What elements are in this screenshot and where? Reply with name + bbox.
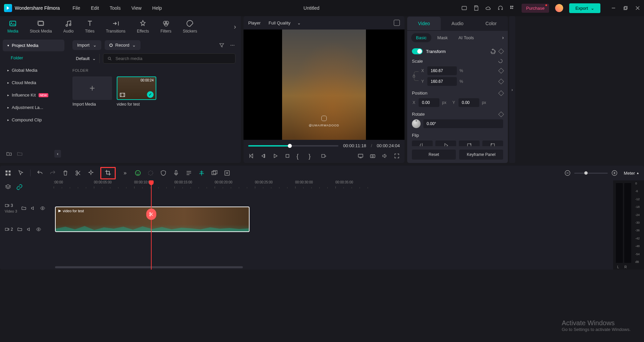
face-icon[interactable]	[135, 170, 141, 176]
headset-icon[interactable]	[497, 5, 503, 11]
lock-icon[interactable]	[412, 74, 416, 78]
keyframe-icon[interactable]	[498, 49, 504, 54]
tab-audio[interactable]: Audio	[61, 18, 76, 35]
sort-dropdown[interactable]: Default⌄	[72, 54, 100, 63]
split-handle-icon[interactable]	[146, 209, 156, 220]
keyframe-icon[interactable]	[498, 79, 504, 84]
timeline-tracks[interactable]: :00:0000:00:05:0000:00:10:0000:00:15:000…	[54, 180, 644, 270]
more-tools-icon[interactable]: »	[122, 170, 128, 176]
preview-video[interactable]: @UMAIRWADOOD	[244, 30, 405, 140]
fullscreen-icon[interactable]	[394, 153, 400, 159]
mark-out-button[interactable]: }	[309, 153, 315, 159]
tab-filters[interactable]: Filters	[158, 18, 174, 35]
progress-bar[interactable]	[248, 145, 338, 147]
menu-edit[interactable]: Edit	[91, 5, 99, 11]
save-icon[interactable]	[473, 5, 479, 11]
tabs-next-arrow[interactable]: ›	[234, 23, 236, 31]
sidebar-compound-clip[interactable]: ▸Compound Clip	[3, 114, 64, 126]
sidebar-global-media[interactable]: ▸Global Media	[3, 64, 64, 76]
reset-button[interactable]: Reset	[412, 150, 456, 160]
keyframe-icon[interactable]	[498, 68, 504, 74]
timeline-scrollbar[interactable]	[55, 266, 610, 269]
transform-toggle[interactable]	[412, 48, 423, 54]
maximize-button[interactable]	[623, 6, 628, 10]
tab-stock-media[interactable]: Stock Media	[27, 18, 55, 35]
playhead[interactable]	[151, 180, 152, 270]
camera-icon[interactable]	[370, 153, 376, 159]
user-avatar[interactable]	[555, 4, 563, 12]
mute-icon[interactable]	[26, 227, 32, 232]
purchase-button[interactable]: Purchase	[522, 4, 549, 13]
layout-icon[interactable]	[461, 5, 467, 11]
export-button[interactable]: Export⌄	[569, 3, 600, 13]
eye-icon[interactable]	[40, 206, 45, 211]
list-icon[interactable]	[185, 170, 192, 176]
play-button[interactable]	[272, 153, 278, 159]
track-header-3[interactable]: 3Video 3	[0, 194, 54, 223]
sidebar-cloud-media[interactable]: ▸Cloud Media	[3, 77, 64, 89]
pointer-icon[interactable]	[17, 170, 24, 176]
scale-x-input[interactable]	[427, 66, 457, 75]
undo-icon[interactable]	[37, 170, 43, 176]
menu-tools[interactable]: Tools	[110, 5, 121, 11]
export-clip-icon[interactable]	[211, 170, 218, 176]
subtab-mask[interactable]: Mask	[433, 33, 452, 42]
inspector-collapse-arrow[interactable]: ›	[509, 16, 515, 163]
volume-icon[interactable]	[382, 153, 388, 159]
new-folder-icon[interactable]	[6, 151, 12, 157]
quality-dropdown[interactable]: Full Quality⌄	[265, 19, 304, 27]
progress-thumb[interactable]	[288, 144, 292, 148]
inspector-tab-audio[interactable]: Audio	[441, 17, 474, 30]
clip-options-button[interactable]	[321, 153, 327, 159]
tab-media[interactable]: Media	[5, 18, 21, 35]
folder-icon[interactable]	[21, 206, 26, 211]
keyframe-icon[interactable]	[498, 90, 504, 96]
playhead-handle[interactable]	[149, 180, 154, 185]
pos-x-input[interactable]	[419, 98, 439, 107]
menu-help[interactable]: Help	[152, 5, 162, 11]
grid-icon[interactable]	[5, 170, 11, 176]
folder-icon[interactable]	[17, 151, 23, 157]
crop-tool-highlighted[interactable]	[100, 167, 116, 179]
import-media-tile[interactable]: + Import Media	[72, 76, 112, 107]
tab-titles[interactable]: Titles	[82, 18, 97, 35]
flip-horizontal-button[interactable]	[412, 140, 433, 146]
track-header-2[interactable]: 2	[0, 223, 54, 236]
zoom-in-icon[interactable]	[611, 170, 618, 176]
mark-in-button[interactable]: {	[297, 153, 303, 159]
mic-icon[interactable]	[173, 170, 179, 176]
minimize-button[interactable]	[611, 6, 616, 10]
filter-icon[interactable]	[219, 42, 225, 48]
tab-transitions[interactable]: Transitions	[103, 18, 128, 35]
inspector-tab-color[interactable]: Color	[474, 17, 508, 30]
subtab-basic[interactable]: Basic	[411, 33, 431, 42]
mute-icon[interactable]	[31, 206, 36, 211]
scrollbar-thumb[interactable]	[55, 266, 243, 268]
cloud-icon[interactable]	[485, 5, 491, 11]
zoom-out-icon[interactable]	[564, 170, 571, 176]
sidebar-project-media[interactable]: ▾Project Media	[3, 40, 64, 51]
pos-y-input[interactable]	[459, 98, 479, 107]
apps-icon[interactable]	[509, 5, 516, 11]
align-icon[interactable]	[198, 170, 205, 176]
keyframe-panel-button[interactable]: Keyframe Panel	[459, 150, 503, 160]
more-icon[interactable]	[229, 42, 235, 48]
rotate-ccw-button[interactable]	[482, 140, 503, 146]
menu-file[interactable]: File	[72, 5, 80, 11]
layers-icon[interactable]	[5, 184, 11, 190]
menu-view[interactable]: View	[131, 5, 142, 11]
snapshot-icon[interactable]	[394, 20, 400, 26]
stop-button[interactable]	[284, 153, 290, 159]
meter-label[interactable]: Meter▲	[624, 171, 639, 176]
close-button[interactable]	[635, 6, 640, 10]
record-dropdown[interactable]: Record⌄	[105, 40, 141, 50]
delete-icon[interactable]	[62, 170, 69, 176]
display-icon[interactable]	[358, 153, 364, 159]
rotate-dial[interactable]	[412, 119, 421, 128]
timeline-ruler[interactable]: :00:0000:00:05:0000:00:10:0000:00:15:000…	[54, 180, 644, 190]
split-icon[interactable]	[75, 170, 82, 176]
link-icon[interactable]	[16, 184, 23, 190]
eye-icon[interactable]	[36, 227, 41, 232]
step-back-button[interactable]	[260, 153, 266, 159]
rotate-input[interactable]	[423, 119, 503, 128]
